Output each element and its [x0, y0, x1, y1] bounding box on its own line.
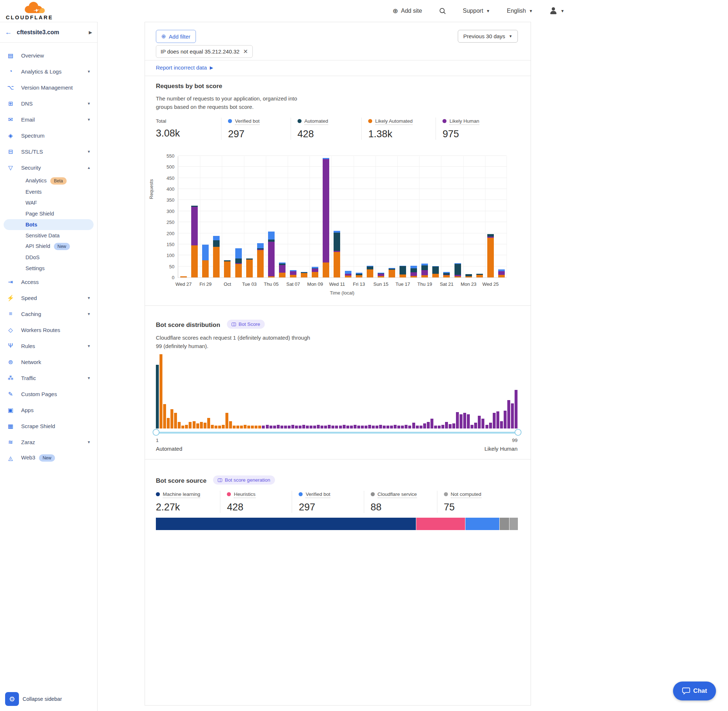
sidebar-item-custom-pages[interactable]: ✎Custom Pages [0, 386, 97, 402]
stat-label[interactable]: Heuristics [234, 491, 255, 498]
bar-segment-verified-bot [421, 264, 428, 265]
sidebar-item-security-ddos[interactable]: DDoS [4, 252, 94, 263]
bot-score-generation-badge[interactable]: Bot score generation [213, 475, 275, 485]
sidebar-item-label: Bots [25, 222, 37, 227]
site-name[interactable]: cftestsite3.com [17, 29, 89, 36]
sidebar-item-ssl-tls[interactable]: ⊟SSL/TLS▼ [0, 143, 97, 159]
sidebar-item-security-page-shield[interactable]: Page Shield [4, 208, 94, 219]
date-range-dropdown[interactable]: Previous 30 days ▼ [458, 30, 518, 43]
stat-label[interactable]: Machine learning [163, 491, 200, 498]
cloudflare-logo[interactable]: CLOUDFLARE [6, 1, 53, 21]
sidebar-item-label: Caching [21, 311, 87, 317]
requests-card: ⊕ Add filter IP does not equal 35.212.24… [145, 22, 531, 306]
user-avatar-icon [549, 7, 558, 15]
bar-segment-likely-automated [476, 275, 483, 277]
stat-label[interactable]: Verified bot [306, 491, 330, 498]
sidebar-item-spectrum[interactable]: ◈Spectrum [0, 127, 97, 143]
stat-label[interactable]: Not computed [451, 491, 481, 498]
account-menu[interactable]: ▼ [549, 7, 564, 15]
sidebar-item-security[interactable]: ▽Security▲ [0, 159, 97, 176]
sidebar-item-overview[interactable]: ▤Overview [0, 47, 97, 63]
histogram-bar-score-88 [474, 423, 477, 428]
sidebar: ← cftestsite3.com ▶ ▤Overview◔Analytics … [0, 22, 97, 711]
sidebar-item-scrape-shield[interactable]: ▦Scrape Shield [0, 418, 97, 434]
chevron-down-icon: ▼ [561, 9, 564, 13]
x-axis-title: Time (local) [178, 290, 506, 296]
gear-button[interactable]: ⚙ [5, 692, 19, 706]
bar-segment-verified-bot [378, 273, 384, 273]
bar-segment-verified-bot [498, 269, 505, 271]
sidebar-item-security-sensitive-data[interactable]: Sensitive Data [4, 230, 94, 241]
sidebar-item-workers-routes[interactable]: ◇Workers Routes [0, 322, 97, 338]
add-site-button[interactable]: ⊕ Add site [393, 7, 422, 15]
sidebar-item-security-analytics[interactable]: AnalyticsBeta [4, 176, 94, 186]
stat-label[interactable]: Likely Human [449, 118, 479, 125]
bar-segment-likely-automated [235, 264, 242, 277]
distribution-card: Bot score distribution Bot Score Cloudfl… [145, 306, 531, 459]
bar-segment-verified-bot [279, 263, 285, 264]
language-menu[interactable]: English ▼ [507, 7, 533, 14]
chat-button-label: Chat [693, 687, 707, 695]
sidebar-item-access[interactable]: ⇥Access [0, 274, 97, 290]
sidebar-item-security-settings[interactable]: Settings [4, 263, 94, 274]
sidebar-item-security-events[interactable]: Events [4, 186, 94, 197]
security-icon: ▽ [0, 164, 21, 171]
sidebar-item-speed[interactable]: ⚡Speed▼ [0, 290, 97, 306]
histogram-bar-score-25 [244, 425, 247, 428]
close-icon[interactable]: ✕ [243, 48, 248, 55]
chevron-down-icon: ▼ [87, 118, 91, 122]
sidebar-item-version-management[interactable]: ⌥Version Management [0, 80, 97, 95]
sidebar-item-email[interactable]: ✉Email▼ [0, 111, 97, 127]
bar-segment-automated [235, 258, 242, 263]
back-arrow-icon[interactable]: ← [0, 28, 17, 36]
bar-segment-automated [432, 267, 439, 274]
histogram-bar-score-78 [438, 426, 441, 428]
sidebar-item-traffic[interactable]: ⁂Traffic▼ [0, 370, 97, 386]
filter-chip[interactable]: IP does not equal 35.212.240.32 ✕ [156, 45, 253, 58]
sidebar-item-security-api-shield[interactable]: API ShieldNew [4, 241, 94, 252]
bar-segment-likely-automated [432, 274, 439, 277]
sidebar-item-caching[interactable]: ≡Caching▼ [0, 306, 97, 322]
add-filter-button[interactable]: ⊕ Add filter [156, 30, 196, 43]
chevron-down-icon: ▼ [87, 102, 91, 106]
sidebar-item-rules[interactable]: ΨRules▼ [0, 338, 97, 354]
histogram-bar-score-32 [269, 426, 272, 428]
sidebar-item-dns[interactable]: ⊞DNS▼ [0, 95, 97, 111]
stat-label[interactable]: Verified bot [235, 118, 260, 125]
collapse-sidebar-label[interactable]: Collapse sidebar [22, 696, 62, 702]
report-incorrect-data-link[interactable]: Report incorrect data ▶ [156, 65, 213, 71]
sidebar-item-security-waf[interactable]: WAF [4, 197, 94, 208]
sidebar-item-network[interactable]: ⊚Network [0, 354, 97, 370]
search-button[interactable] [439, 7, 446, 15]
support-menu[interactable]: Support ▼ [463, 7, 490, 14]
bar-segment-verified-bot [334, 231, 340, 233]
sidebar-item-web3[interactable]: ◬Web3New [0, 450, 97, 466]
chevron-right-icon[interactable]: ▶ [89, 30, 92, 35]
stat-label[interactable]: Cloudflare service [378, 491, 417, 498]
bar-segment-likely-human [312, 268, 318, 272]
slider-handle-min[interactable] [153, 429, 159, 436]
sidebar-item-apps[interactable]: ▣Apps [0, 402, 97, 418]
histogram-bar-score-37 [288, 426, 291, 428]
histogram-bar-score-9 [185, 425, 188, 428]
sidebar-item-analytics-logs[interactable]: ◔Analytics & Logs▼ [0, 63, 97, 80]
stat-label[interactable]: Likely Automated [375, 118, 413, 125]
sidebar-item-label: Apps [21, 407, 97, 413]
gridline [331, 156, 332, 277]
bot-score-badge[interactable]: Bot Score [227, 320, 265, 329]
stat-label[interactable]: Automated [304, 118, 328, 125]
y-tick-label: 0 [158, 275, 174, 280]
bar-segment-likely-automated [400, 274, 406, 278]
version-management-icon: ⌥ [0, 84, 21, 91]
chat-button[interactable]: Chat [673, 681, 716, 701]
score-range-slider[interactable] [156, 432, 518, 434]
histogram-bar-score-90 [481, 419, 484, 428]
sidebar-item-zaraz[interactable]: ≋Zaraz▼ [0, 434, 97, 450]
gridline [288, 156, 288, 277]
slider-handle-max[interactable] [515, 429, 521, 436]
bar-segment-likely-human [257, 249, 264, 250]
sidebar-item-security-bots[interactable]: Bots [4, 219, 94, 230]
gridline [266, 156, 266, 277]
bar-segment-automated [224, 260, 230, 262]
y-tick-label: 450 [158, 176, 174, 181]
